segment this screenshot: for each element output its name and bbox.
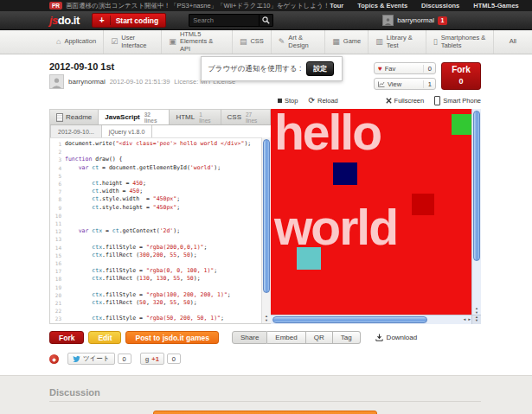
action-bar: Fork Edit Post to jsdo.it games Share Em… xyxy=(49,330,481,345)
plusone-widget: g +1 0 xyxy=(140,353,181,365)
stats-panel: ♥ Fav 0 View 1 Fork 0 xyxy=(374,62,481,90)
js-line-count: 32 lines xyxy=(144,111,163,124)
nav-tab-art-design[interactable]: ✎ Art & Design xyxy=(271,30,325,54)
editor-scrollbar-thumb[interactable] xyxy=(263,139,270,293)
smartphone-icon xyxy=(434,96,440,105)
scrollbar-corner: ▲▼ xyxy=(471,315,481,324)
nav-tab-user-interface[interactable]: ☑ User Interface xyxy=(103,30,161,54)
navy-square xyxy=(333,162,357,185)
stop-button[interactable]: Stop xyxy=(278,97,298,105)
comment-cta-button[interactable]: このコードについて質問・コメントをしてみませんか？ xyxy=(153,411,377,414)
pr-text[interactable]: 画面遷移の演出コンテスト開催中！「PS3+nasne」「Wii+ドラクエ10」を… xyxy=(66,2,330,10)
edit-button[interactable]: Edit xyxy=(88,331,121,344)
header: jsdo.it + Start coding barrynormal 1 xyxy=(0,11,532,30)
link-discussions[interactable]: Discussions xyxy=(421,2,459,10)
dark-red-square xyxy=(412,194,434,215)
bookmark-icon[interactable]: ◆ xyxy=(49,354,59,364)
tab-html[interactable]: HTML 1 lines xyxy=(170,110,221,124)
tweet-button[interactable]: ツイート xyxy=(67,353,115,365)
logo-rest: do.it xyxy=(58,14,80,27)
reload-button[interactable]: ⟳ Reload xyxy=(308,97,337,105)
html-line-count: 1 lines xyxy=(199,111,214,124)
plusone-button[interactable]: g +1 xyxy=(140,353,164,365)
code-area[interactable]: 1document.write("<div class='pee'> hello… xyxy=(50,138,271,323)
author-name[interactable]: barrynormal xyxy=(68,78,106,86)
person-icon xyxy=(384,17,392,25)
nav-tab-html5-elements[interactable]: ▣ HTML5 Elements & API xyxy=(161,30,232,54)
divider xyxy=(49,401,481,402)
user-avatar xyxy=(382,15,394,26)
tab-javascript[interactable]: JavaScript 32 lines xyxy=(99,110,170,124)
qr-button[interactable]: QR xyxy=(306,331,333,344)
preview-controls: Stop ⟳ Reload Fullscreen Smart Phone xyxy=(49,95,481,105)
link-topics-events[interactable]: Topics & Events xyxy=(357,2,407,10)
tab-readme[interactable]: Readme xyxy=(50,110,99,124)
nav-tab-smartphones[interactable]: ▯ Smartphones & Tablets xyxy=(426,30,493,54)
chart-icon xyxy=(378,81,385,87)
pr-badge: PR xyxy=(49,2,62,10)
download-icon xyxy=(375,334,383,341)
fork-button[interactable]: Fork xyxy=(49,331,84,344)
tab-css[interactable]: CSS 27 lines xyxy=(221,110,271,124)
art-design-icon: ✎ xyxy=(279,38,285,46)
embed-button[interactable]: Embed xyxy=(267,331,305,344)
user-menu[interactable]: barrynormal 1 xyxy=(382,15,447,26)
fav-button[interactable]: ♥ Fav 0 xyxy=(374,62,436,74)
nav-tab-library-test[interactable]: ▥ Library & Test xyxy=(368,30,425,54)
code-editor: Readme JavaScript 32 lines HTML 1 lines … xyxy=(49,109,271,324)
post-timestamp: 2012-09-10 21:51:39 xyxy=(110,78,170,86)
link-tour[interactable]: Tour xyxy=(330,2,343,10)
share-button[interactable]: Share xyxy=(232,331,267,344)
preview-hscroll-thumb[interactable] xyxy=(272,316,427,323)
search-button[interactable] xyxy=(259,15,272,26)
share-group: Share Embed QR Tag xyxy=(232,331,361,344)
nav-tab-application[interactable]: ⌂ Application xyxy=(49,30,103,54)
preview-pane[interactable]: hello world ▲▼ ◄ ► ▲▼ xyxy=(271,109,481,324)
scroll-arrows[interactable]: ◄ ► xyxy=(463,316,471,323)
tag-button[interactable]: Tag xyxy=(333,331,361,344)
subtab-code-title[interactable]: 2012-09-10... xyxy=(50,125,102,137)
html5-icon: ▣ xyxy=(169,38,176,46)
username-label: barrynormal xyxy=(397,16,434,24)
browser-notification-popup: ブラウザの通知を使用する : 設定 xyxy=(201,56,343,81)
fav-count: 0 xyxy=(423,65,432,73)
notification-text: ブラウザの通知を使用する : xyxy=(208,64,301,74)
download-button[interactable]: Download xyxy=(375,334,418,341)
start-coding-button[interactable]: + Start coding xyxy=(92,13,166,28)
search-input[interactable] xyxy=(189,16,259,24)
twitter-bird-icon xyxy=(73,355,80,362)
scroll-arrows[interactable]: ▲▼ xyxy=(472,306,481,315)
link-html5-games[interactable]: HTML5-Games xyxy=(473,2,519,10)
view-button[interactable]: View 1 xyxy=(374,78,436,90)
smartphone-icon: ▯ xyxy=(433,38,438,46)
application-icon: ⌂ xyxy=(56,38,61,46)
nav-tab-all[interactable]: All xyxy=(493,30,532,54)
nav-tab-game[interactable]: ▦ Game xyxy=(324,30,368,54)
notification-settings-button[interactable]: 設定 xyxy=(306,61,334,76)
hello-text: hello xyxy=(274,109,381,157)
discussion-heading: Discussion xyxy=(49,387,481,398)
view-count: 1 xyxy=(423,80,432,88)
editor-scrollbar[interactable]: ▲▼ xyxy=(261,137,271,323)
logo[interactable]: jsdo.it xyxy=(49,14,80,27)
preview-horizontal-scrollbar[interactable]: ◄ ► xyxy=(271,315,472,324)
social-row: ◆ ツイート 0 g +1 0 xyxy=(49,353,481,365)
preview-vscroll-thumb[interactable] xyxy=(473,111,480,261)
subtab-jquery-version[interactable]: jQuery v1.8.0 xyxy=(102,125,153,137)
reload-icon: ⟳ xyxy=(308,97,315,104)
user-interface-icon: ☑ xyxy=(111,38,118,46)
author-avatar[interactable] xyxy=(49,74,64,89)
editor-subtabs: 2012-09-10... jQuery v1.8.0 xyxy=(50,125,271,138)
library-icon: ▥ xyxy=(375,38,383,46)
search-icon xyxy=(262,16,270,24)
nav-tab-css[interactable]: ▤ CSS xyxy=(232,30,271,54)
smartphone-button[interactable]: Smart Phone xyxy=(434,96,481,105)
preview-vertical-scrollbar[interactable]: ▲▼ xyxy=(471,109,481,315)
document-icon xyxy=(56,113,63,122)
fork-button-big[interactable]: Fork 0 xyxy=(441,62,481,90)
post-to-games-button[interactable]: Post to jsdo.it games xyxy=(125,331,219,344)
scroll-arrows[interactable]: ▲▼ xyxy=(262,314,271,322)
notification-badge[interactable]: 1 xyxy=(438,16,447,25)
fullscreen-button[interactable]: Fullscreen xyxy=(386,97,425,105)
css-line-count: 27 lines xyxy=(246,111,264,124)
